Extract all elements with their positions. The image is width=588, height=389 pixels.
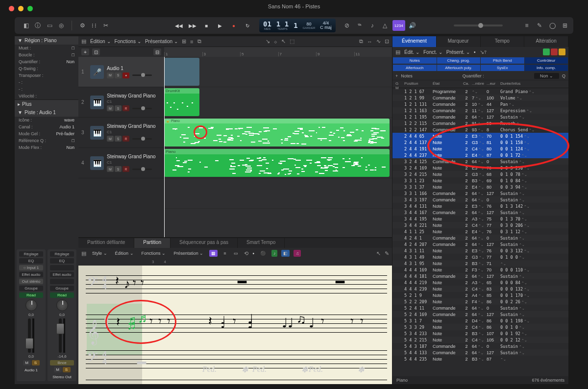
event-row[interactable]: 5 3 3 29Note 2C4 ⌃⌄860 0 1 0 ⌃⌄ — [392, 324, 568, 330]
loops-icon[interactable]: ◯ — [547, 20, 558, 31]
track-volume[interactable] — [132, 74, 152, 76]
playhead[interactable] — [164, 57, 165, 237]
event-row[interactable]: 3 3 1 23Note 2B3 ⌃⌄690 1 0 84 ⌃⌄ — [392, 177, 568, 184]
quantize-select[interactable]: Non ⌄ — [534, 73, 559, 79]
automation-mode[interactable]: Read — [50, 292, 74, 298]
event-filter[interactable]: Contrôleur — [525, 57, 568, 64]
mute-button[interactable]: M — [107, 105, 114, 111]
notepad-icon[interactable]: ✎ — [534, 20, 545, 31]
solo-button[interactable]: R — [122, 105, 129, 111]
track-header[interactable]: 2 🎹 Steinway Grand Piano C1 MSR — [78, 87, 164, 118]
view-menu-icon[interactable]: ▤ — [81, 38, 86, 45]
flex-icon[interactable]: ⧉ — [197, 38, 201, 45]
pan-knob[interactable] — [56, 299, 68, 311]
event-row[interactable]: 2 4 4 191Note 2C4 ⌃⌄800 0 1 124 ⌃⌄ — [392, 146, 568, 152]
waveform-zoom-icon[interactable]: ∿ — [376, 38, 381, 45]
track-icon[interactable]: 🎹 — [90, 96, 104, 109]
event-row[interactable]: 5 3 1 7Note 2D4 ⌃⌄860 0 1 198 ⌃⌄ — [392, 317, 568, 324]
event-filter[interactable]: Pitch Bend — [481, 57, 524, 64]
editor-tab[interactable]: Smart Tempo — [238, 238, 285, 248]
countoff-icon[interactable]: ♪ — [367, 20, 378, 31]
pedal-marking[interactable]: Ped. — [309, 365, 323, 374]
solo-button[interactable]: S — [63, 367, 71, 372]
functions-menu[interactable]: Fonctions ⌄ — [115, 39, 141, 44]
event-row[interactable]: 1 2 1 131Commande 210 ⌃⌄44Pan ⌃⌄ — [392, 101, 568, 107]
inspector-row[interactable]: Transposer : — [15, 72, 78, 79]
global-tracks-button[interactable]: ⊟ — [153, 49, 161, 55]
track-volume[interactable] — [132, 138, 152, 140]
event-row[interactable]: 3 4 4 131Note 2E3 ⌃⌄760 1 3 142 ⌃⌄ — [392, 203, 568, 209]
group-slot[interactable]: Groupe — [19, 286, 44, 291]
editor-tab[interactable]: Partition — [134, 238, 171, 248]
event-row[interactable]: 5 2 1 9Note 2A4 ⌃⌄850 0 1 170 ⌃⌄ — [392, 292, 568, 298]
event-row[interactable]: 1 2 1 99Commande 27 ⌃⌄100Volume ⌃⌄ — [392, 95, 568, 101]
event-edit-menu[interactable]: Édit. ⌄ — [404, 49, 419, 55]
fx-slot[interactable]: Effet audio — [50, 272, 74, 277]
event-row[interactable]: 1 2 1 163Commande 211 ⌃⌄127Expression ⌃⌄ — [392, 107, 568, 114]
event-row[interactable]: 5 2 4 11Commande 264 ⌃⌄0Sustain ⌃⌄ — [392, 305, 568, 311]
inspector-row[interactable]: Quantifier :Non — [15, 58, 78, 65]
edit-menu[interactable]: Édition ⌄ — [90, 39, 111, 44]
solo-button[interactable]: R — [122, 136, 129, 142]
catch-icon[interactable]: ↘ — [266, 38, 270, 45]
event-row[interactable]: 3 4 3 197Commande 264 ⌃⌄0Sustain ⌃⌄ — [392, 196, 568, 203]
group-slot[interactable]: Groupe — [50, 286, 74, 291]
cycle-button[interactable]: ↻ — [242, 20, 253, 31]
insert-defaults-icon[interactable]: ♪ — [271, 250, 278, 257]
score-functions-menu[interactable]: Fonctions ⌄ — [140, 250, 168, 257]
mute-button[interactable]: M — [54, 367, 62, 372]
editor-tab[interactable]: Séquenceur pas à pas — [171, 238, 238, 248]
event-filter[interactable]: Chang. prog. — [437, 57, 481, 64]
display-mode-button[interactable]: 1234 — [392, 20, 405, 31]
event-row[interactable]: 2 4 4 237Note 2E4 ⌃⌄870 0 1 72 ⌃⌄ — [392, 152, 568, 158]
inspector-row[interactable]: Boucle :□ — [15, 51, 78, 58]
pedal-release[interactable]: ✽ — [301, 365, 308, 374]
event-list[interactable]: 1 2 1 67Programme 2 ⌃⌄0Grand Piano ⌃⌄ 1 … — [392, 88, 568, 376]
track-header[interactable]: 4 🎹 Steinway Grand Piano C1 MSR — [78, 148, 164, 178]
event-row[interactable]: 5 4 4 235Note 2B3 ⌃⌄87 ⌃⌄ — [392, 356, 568, 362]
solo-button[interactable]: S — [32, 360, 40, 365]
event-row[interactable]: 4 4 4 181Commande 264 ⌃⌄127Sustain ⌃⌄ — [392, 273, 568, 279]
forward-button[interactable]: ▶▶ — [187, 20, 198, 31]
scissors-icon[interactable]: ✂ — [100, 20, 111, 31]
automation-icon[interactable]: ≡ — [190, 39, 193, 45]
editor-tab[interactable]: Partition défilante — [78, 238, 134, 248]
lcd-display[interactable]: 01MES 1 1TEMPS 1 80GARDER 4/4C maj — [259, 19, 336, 32]
track-icon[interactable]: 🎹 — [90, 156, 104, 170]
volume-fader[interactable] — [59, 318, 62, 353]
catch-icon[interactable]: ↘⫯ — [480, 49, 487, 55]
solo-button[interactable]: S — [115, 136, 122, 142]
bar-ruler[interactable]: 1357911 — [164, 47, 392, 57]
tuner-icon[interactable]: ⊘ — [342, 20, 352, 31]
snap-icon[interactable]: ⧉ — [359, 38, 363, 45]
inspector-row[interactable]: Mode Gel :Pré-fader — [15, 130, 78, 137]
event-row[interactable]: 5 3 4 233Note 2B3 ⌃⌄1070 0 1 92 ⌃⌄ — [392, 330, 568, 337]
zoom-icon[interactable]: ⊡ — [385, 38, 389, 45]
marquee-tool-icon[interactable]: ⬚ — [290, 38, 294, 45]
duplicate-track-button[interactable]: ⊡ — [92, 49, 100, 55]
grid-icon[interactable]: ⊞ — [182, 38, 186, 45]
score-edit-menu[interactable]: Édition ⌄ — [113, 250, 136, 257]
create-type-icon[interactable] — [551, 49, 558, 55]
event-row[interactable]: 4 4 4 239Note 2C4 ⌃⌄830 0 0 132 ⌃⌄ — [392, 286, 568, 292]
solo-button[interactable]: S — [115, 73, 122, 78]
inspector-row[interactable]: - : — [15, 86, 78, 93]
event-row[interactable]: 3 2 4 125Commande 264 ⌃⌄0Sustain ⌃⌄ — [392, 158, 568, 165]
master-vol-icon[interactable]: 🔊 — [407, 20, 418, 31]
event-row[interactable]: 4 3 1 95Note 2B3 ⌃⌄71 ⌃⌄ — [392, 260, 568, 267]
solo-icon[interactable]: 𝆮 — [354, 20, 365, 31]
output-slot[interactable]: Out stéréo — [19, 279, 44, 284]
toolbar-toggle-icon[interactable]: ▭ — [44, 20, 55, 31]
inspector-row[interactable]: Icône :wave — [15, 117, 78, 123]
solo-button[interactable]: S — [115, 166, 122, 172]
setting-button[interactable]: Réglage — [50, 251, 74, 257]
part-box-icon[interactable]: ◧ — [281, 250, 290, 257]
record-button[interactable]: ● — [228, 20, 240, 31]
add-track-button[interactable]: + — [81, 49, 89, 55]
pointer-icon[interactable]: ↖ — [376, 250, 381, 257]
event-row[interactable]: 3 3 1 166Commande 264 ⌃⌄127Sustain ⌃⌄ — [392, 190, 568, 196]
create-type-icon[interactable] — [543, 49, 550, 55]
apply-quantize-button[interactable]: Q — [562, 73, 565, 78]
solo-button[interactable]: S — [115, 105, 122, 111]
inspector-row[interactable]: Mode Flex :Non — [15, 144, 78, 151]
